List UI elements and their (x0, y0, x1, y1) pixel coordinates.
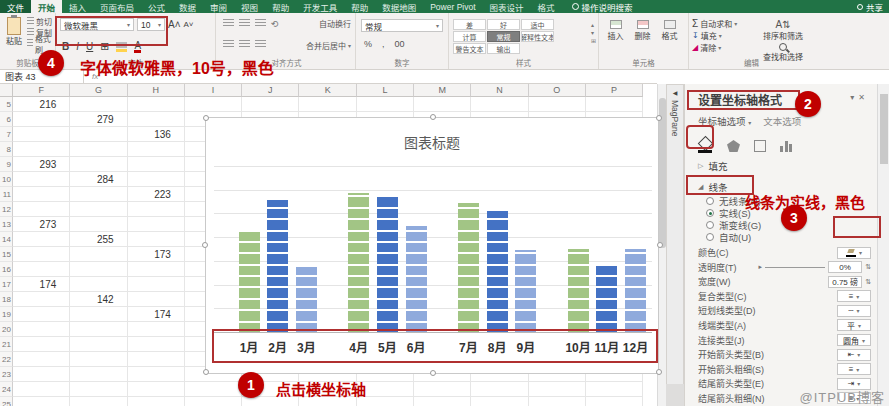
line-color-button[interactable]: ▾ (837, 247, 871, 259)
delete-cells-button[interactable]: 删除 (629, 18, 656, 41)
col-header-P[interactable]: P (586, 84, 643, 97)
cell-G7[interactable] (70, 127, 127, 142)
merge-center-button[interactable]: 合并后居中▾ (306, 40, 351, 51)
cell-L5[interactable] (357, 97, 414, 112)
cell-G10[interactable]: 284 (70, 172, 127, 187)
percent-style-button[interactable]: % (364, 39, 372, 49)
cell-G23[interactable] (70, 367, 127, 382)
cell-F20[interactable] (13, 322, 70, 337)
cell-H22[interactable] (128, 352, 185, 367)
cell-P5[interactable] (586, 97, 643, 112)
cell-H19[interactable]: 174 (128, 307, 185, 322)
section-fill[interactable]: ▷填充 (698, 159, 871, 173)
cell-F18[interactable] (13, 292, 70, 307)
cell-I24[interactable] (185, 382, 242, 397)
style-chip-4[interactable]: 常规 (487, 31, 520, 42)
row-header-23[interactable]: 23 (0, 367, 13, 382)
cell-G22[interactable] (70, 352, 127, 367)
style-chip-6[interactable]: 警告文本 (453, 43, 486, 54)
row-header-9[interactable]: 9 (0, 157, 13, 172)
cell-H7[interactable]: 136 (128, 127, 185, 142)
orientation-icon[interactable]: ⟲ (271, 19, 279, 29)
cell-G14[interactable]: 255 (70, 232, 127, 247)
decimal-buttons[interactable]: 00 (395, 39, 405, 49)
row-header-17[interactable]: 17 (0, 277, 13, 292)
cell-G12[interactable] (70, 202, 127, 217)
comma-style-button[interactable]: , (382, 39, 385, 49)
row-header-25[interactable]: 25 (0, 397, 13, 406)
gallery-down-icon[interactable]: ▾ (591, 29, 596, 36)
tab-6[interactable]: 审阅 (203, 0, 234, 13)
cell-M25[interactable] (414, 397, 471, 406)
tab-7[interactable]: 视图 (234, 0, 265, 13)
pane-scrollbar[interactable] (877, 84, 889, 406)
cell-G8[interactable] (70, 142, 127, 157)
row-header-24[interactable]: 24 (0, 382, 13, 397)
dropdown-button[interactable]: ⇤ ▾ (837, 349, 871, 361)
col-header-N[interactable]: N (471, 84, 528, 97)
bar-8月[interactable] (487, 211, 508, 332)
cell-G6[interactable]: 279 (70, 112, 127, 127)
insert-cells-button[interactable]: 插入 (602, 18, 629, 41)
dropdown-button[interactable]: ┄ ▾ (837, 305, 871, 317)
bar-11月[interactable] (596, 265, 617, 332)
cell-O24[interactable] (529, 382, 586, 397)
cell-F23[interactable] (13, 367, 70, 382)
bar-12月[interactable] (625, 249, 646, 332)
col-header-F[interactable]: F (13, 84, 70, 97)
cell-G15[interactable] (70, 247, 127, 262)
row-header-16[interactable]: 16 (0, 262, 13, 277)
cell-O25[interactable] (529, 397, 586, 406)
row-header-12[interactable]: 12 (0, 202, 13, 217)
cell-H23[interactable] (128, 367, 185, 382)
pane-close-icon[interactable]: ✕ (858, 93, 869, 102)
sort-filter-button[interactable]: A⇅ 排序和筛选 (755, 19, 811, 41)
number-format-combo[interactable]: 常规▾ (361, 19, 443, 32)
col-header-O[interactable]: O (529, 84, 586, 97)
select-all-corner[interactable] (0, 84, 13, 97)
dropdown-button[interactable]: 圆角 ▾ (837, 334, 871, 346)
chart-handle-3[interactable] (202, 242, 208, 248)
cell-G25[interactable] (70, 397, 127, 406)
cell-P25[interactable] (586, 397, 643, 406)
tab-0[interactable]: 文件 (0, 0, 31, 13)
shrink-font-icon[interactable]: A˅ (184, 20, 194, 29)
cell-G13[interactable] (70, 217, 127, 232)
row-header-18[interactable]: 18 (0, 292, 13, 307)
chart-handle-4[interactable] (657, 242, 663, 248)
paste-button[interactable]: 粘贴 (2, 15, 26, 46)
row-header-14[interactable]: 14 (0, 232, 13, 247)
cell-G17[interactable] (70, 277, 127, 292)
cell-H8[interactable] (128, 142, 185, 157)
cell-P24[interactable] (586, 382, 643, 397)
col-header-H[interactable]: H (128, 84, 185, 97)
col-header-M[interactable]: M (414, 84, 471, 97)
style-chip-3[interactable]: 计算 (453, 31, 486, 42)
cell-F12[interactable] (13, 202, 70, 217)
cell-H24[interactable] (128, 382, 185, 397)
scroll-thumb[interactable] (880, 94, 888, 164)
col-header-I[interactable]: I (185, 84, 242, 97)
side-pane-tab[interactable]: ◀ MagPane (666, 84, 684, 406)
cell-F5[interactable]: 216 (13, 97, 70, 112)
cell-G20[interactable] (70, 322, 127, 337)
cell-F17[interactable]: 174 (13, 277, 70, 292)
chart-handle-0[interactable] (203, 115, 209, 121)
size-properties-icon[interactable] (754, 140, 766, 152)
cell-M24[interactable] (414, 382, 471, 397)
bar-10月[interactable] (568, 249, 589, 332)
fill-button[interactable]: ↧填充▾ (692, 29, 737, 41)
cell-N24[interactable] (471, 382, 528, 397)
cell-F6[interactable] (13, 112, 70, 127)
cell-H25[interactable] (128, 397, 185, 406)
align-top-icon[interactable] (223, 19, 234, 28)
tell-me-search[interactable]: 操作说明搜索 (572, 0, 633, 13)
tab-8[interactable]: 帮助 (265, 0, 296, 13)
cell-F24[interactable] (13, 382, 70, 397)
dropdown-button[interactable]: 平 ▾ (837, 319, 871, 331)
cell-G19[interactable] (70, 307, 127, 322)
cell-H6[interactable] (128, 112, 185, 127)
cell-H9[interactable] (128, 157, 185, 172)
tab-2[interactable]: 插入 (62, 0, 93, 13)
cell-I5[interactable] (185, 97, 242, 112)
